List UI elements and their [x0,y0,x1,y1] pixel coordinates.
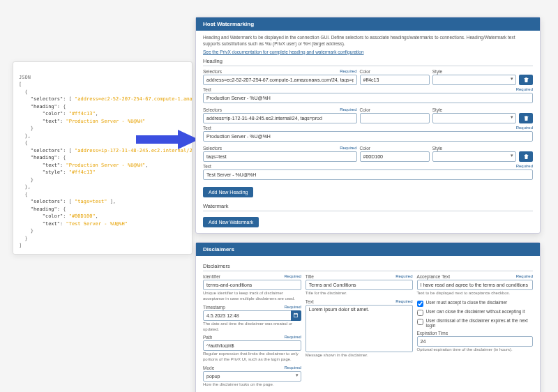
color-input[interactable] [360,75,430,85]
color-input[interactable] [360,151,430,162]
heading-block: SelectorsRequired Color Style TextRequir… [203,146,533,180]
color-input[interactable] [360,113,430,123]
identifier-help: Unique identifier to keep track of discl… [203,291,301,302]
acceptance-help: Text to be displayed next to acceptance … [417,291,533,296]
text-help: Message shown in the disclaimer. [306,353,413,359]
disclaimers-panel: Disclaimers Disclaimers IdentifierRequir… [195,242,541,392]
style-label: Style [432,69,442,74]
heading-block: SelectorsRequired Color Style TextRequir… [203,107,533,142]
heading-section-title: Heading [203,58,533,66]
calendar-icon[interactable] [291,310,301,321]
can-close-check[interactable]: User can close the disclaimer without ac… [417,309,533,316]
trash-icon [523,115,529,121]
trash-icon [523,77,529,83]
selectors-label: Selectors [203,107,222,112]
text-label: Text [203,87,211,92]
style-select[interactable] [432,113,516,123]
path-input[interactable] [203,340,301,351]
title-help: Title for the disclaimer. [306,291,413,296]
delete-heading-button[interactable] [519,151,533,162]
path-help: Regular expression that limits the discl… [203,352,301,363]
delete-heading-button[interactable] [519,75,533,85]
style-label: Style [432,107,442,112]
heading-block: SelectorsRequired Color Style TextRequir… [203,69,533,103]
expiration-help: Optional expiration time of the disclaim… [417,347,533,353]
expiration-input[interactable] [417,336,533,347]
add-heading-button[interactable]: Add New Heading [203,187,253,197]
mode-select[interactable]: popup [203,371,301,382]
json-label: JSON [19,75,31,80]
host-watermarking-panel: Host Watermarking Heading and Watermark … [195,17,541,234]
timestamp-input[interactable] [203,310,301,321]
mode-label: Mode [203,365,214,370]
must-accept-check[interactable]: User must accept to close the disclaimer [417,300,533,307]
panel-title: Host Watermarking [196,17,540,31]
disclaimers-section-title: Disclaimers [203,263,533,271]
identifier-label: Identifier [203,274,220,279]
doc-link[interactable]: See the PrivX documentation for complete… [203,50,364,54]
text-label: Text [203,126,211,130]
style-select[interactable] [432,75,516,85]
text-input[interactable] [203,169,533,180]
panel-title: Disclaimers [196,243,540,256]
text-input[interactable] [203,131,533,142]
selectors-label: Selectors [203,69,222,74]
acceptance-label: Acceptance Text [417,274,451,279]
add-watermark-button[interactable]: Add New Watermark [203,217,259,227]
selectors-input[interactable] [203,113,357,123]
selectors-input[interactable] [203,75,357,85]
text-input[interactable]: Lorem ipsum dolor sit amet. [306,305,413,352]
delete-heading-button[interactable] [519,113,533,123]
trash-icon [523,153,529,160]
style-select[interactable] [432,151,516,162]
title-input[interactable] [306,280,413,290]
dismiss-expire-check[interactable]: User dismissal of the disclaimer expires… [417,318,533,328]
text-input[interactable] [203,93,533,103]
timestamp-help: The date and time the disclaimer was cre… [203,322,301,333]
expiration-label: Expiration Time [417,331,448,336]
selectors-input[interactable] [203,151,357,162]
text-label: Text [203,164,211,169]
watermark-section-title: Watermark [203,203,533,211]
path-label: Path [203,335,212,340]
color-label: Color [360,69,371,74]
title-label: Title [306,274,314,279]
json-source-panel: JSON [ { "selectors": [ "address=ec2-52-… [13,61,193,255]
timestamp-label: Timestamp [203,305,225,310]
style-label: Style [432,146,442,151]
mode-help: How the disclaimer looks on the page. [203,382,301,388]
acceptance-input[interactable] [417,280,533,290]
color-label: Color [360,146,371,151]
selectors-label: Selectors [203,146,222,151]
text-label: Text [306,299,314,304]
panel-description: Heading and Watermark to be displayed in… [203,35,533,47]
color-label: Color [360,107,371,112]
identifier-input[interactable] [203,280,301,290]
